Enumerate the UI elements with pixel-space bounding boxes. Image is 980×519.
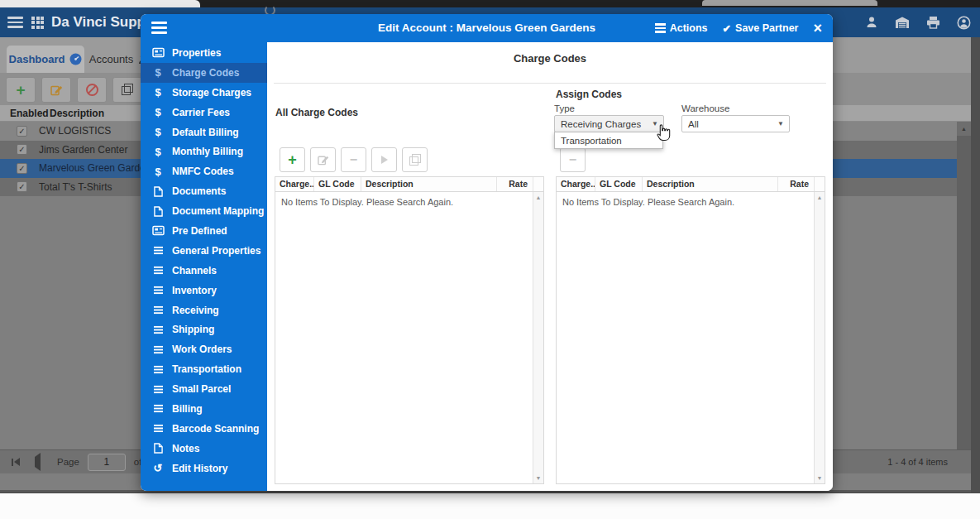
sidebar-item-carrier-fees[interactable]: $Carrier Fees xyxy=(141,103,267,123)
row-description: Jims Garden Center xyxy=(39,144,127,156)
first-page-button[interactable] xyxy=(12,458,20,466)
sidebar-toggle-icon[interactable] xyxy=(151,22,167,34)
window-edge xyxy=(971,37,980,493)
all-charge-codes-heading: All Charge Codes xyxy=(275,107,358,118)
table-scrollbar[interactable]: ▲ ▼ xyxy=(533,192,543,483)
play-icon xyxy=(381,156,388,164)
list-icon xyxy=(149,305,167,315)
prev-page-button[interactable] xyxy=(35,457,41,467)
scroll-up-icon[interactable]: ▲ xyxy=(815,195,825,200)
copy-button[interactable] xyxy=(112,77,142,103)
sidebar-item-document-mapping[interactable]: Document Mapping xyxy=(141,201,267,221)
assign-codes-heading: Assign Codes xyxy=(556,89,622,100)
table-body: No Items To Display. Please Search Again… xyxy=(275,192,533,483)
actions-button[interactable]: Actions xyxy=(655,22,708,34)
column-header[interactable]: GL Code xyxy=(314,177,361,191)
save-partner-button[interactable]: ✔ Save Partner xyxy=(723,22,799,35)
disable-button[interactable] xyxy=(77,77,107,103)
assign-panel-toolbar: − xyxy=(560,147,586,172)
copy-code-button[interactable] xyxy=(402,147,428,172)
list-icon xyxy=(149,345,167,354)
menu-icon[interactable] xyxy=(7,17,23,28)
sidebar-item-label: Billing xyxy=(172,403,203,415)
list-icon xyxy=(149,266,167,275)
sidebar-item-label: Work Orders xyxy=(172,344,232,355)
user-circle-icon[interactable] xyxy=(956,16,971,29)
sidebar-item-notes[interactable]: Notes xyxy=(141,439,267,459)
header-filler xyxy=(815,177,825,191)
close-icon[interactable]: × xyxy=(813,21,822,36)
sidebar-item-work-orders[interactable]: Work Orders xyxy=(141,339,267,359)
sidebar-item-monthly-billing[interactable]: $Monthly Billing xyxy=(141,142,267,161)
sidebar-item-transportation[interactable]: Transportation xyxy=(141,359,267,379)
app-grid-icon[interactable] xyxy=(31,17,44,29)
no-symbol-icon xyxy=(86,84,98,96)
sidebar-item-edit-history[interactable]: ↺Edit History xyxy=(141,459,267,478)
sidebar-item-nmfc-codes[interactable]: $NMFC Codes xyxy=(141,161,267,181)
enabled-checkbox[interactable]: ✓ xyxy=(17,126,27,137)
sidebar-item-properties[interactable]: Properties xyxy=(141,43,267,63)
enabled-checkbox[interactable]: ✓ xyxy=(17,163,27,174)
table-scrollbar[interactable]: ▲ ▼ xyxy=(814,192,825,483)
section-title: Charge Codes xyxy=(267,52,833,65)
background-scrollbar[interactable]: ▲ xyxy=(957,122,971,449)
sidebar-item-label: Inventory xyxy=(172,285,217,296)
scroll-up-icon[interactable]: ▲ xyxy=(957,122,971,136)
column-header[interactable]: Rate xyxy=(497,177,533,191)
dropdown-option[interactable]: Transportation xyxy=(555,132,662,148)
empty-message: No Items To Display. Please Search Again… xyxy=(275,192,533,212)
doc-icon xyxy=(149,206,167,217)
add-button[interactable]: + xyxy=(6,77,36,103)
column-header[interactable]: Charge... xyxy=(557,177,595,191)
column-header[interactable]: Description xyxy=(50,108,104,119)
sidebar-item-channels[interactable]: Channels xyxy=(141,261,267,281)
sidebar-item-shipping[interactable]: Shipping xyxy=(141,320,267,339)
sidebar-item-pre-defined[interactable]: Pre Defined xyxy=(141,221,267,241)
type-select[interactable]: Receiving Charges ▼ xyxy=(554,115,664,132)
sidebar-item-storage-charges[interactable]: $Storage Charges xyxy=(141,83,267,103)
type-dropdown-list: Transportation xyxy=(554,132,663,149)
sidebar-item-documents[interactable]: Documents xyxy=(141,181,267,201)
sidebar-item-charge-codes[interactable]: $Charge Codes xyxy=(141,63,267,83)
add-code-button[interactable]: + xyxy=(280,147,305,172)
enabled-checkbox[interactable]: ✓ xyxy=(17,144,27,155)
dollar-icon: $ xyxy=(149,166,167,178)
sidebar-item-general-properties[interactable]: General Properties xyxy=(141,241,267,261)
warehouse-select[interactable]: All ▼ xyxy=(681,115,790,132)
sidebar-item-barcode-scanning[interactable]: Barcode Scanning xyxy=(141,419,267,439)
sidebar-item-label: Notes xyxy=(172,443,199,454)
enabled-checkbox[interactable]: ✓ xyxy=(17,181,27,192)
sidebar-item-receiving[interactable]: Receiving xyxy=(141,300,267,320)
page-input[interactable] xyxy=(88,454,126,471)
column-header[interactable]: Rate xyxy=(778,177,815,191)
scroll-up-icon[interactable]: ▲ xyxy=(533,195,543,200)
column-header[interactable]: Description xyxy=(643,177,778,191)
edit-button[interactable] xyxy=(41,77,71,103)
sidebar-item-label: Channels xyxy=(172,265,217,276)
column-header[interactable]: Enabled xyxy=(10,108,50,119)
person-icon[interactable] xyxy=(864,16,879,29)
sidebar-item-inventory[interactable]: Inventory xyxy=(141,281,267,300)
table-header: Charge...GL CodeDescriptionRate xyxy=(557,177,825,192)
sidebar-item-default-billing[interactable]: $Default Billing xyxy=(141,123,267,142)
column-header[interactable]: Description xyxy=(361,177,497,191)
edit-code-button[interactable] xyxy=(310,147,336,172)
column-header[interactable]: Charge... xyxy=(275,177,314,191)
sidebar-item-billing[interactable]: Billing xyxy=(141,399,267,419)
table-header: Charge...GL CodeDescriptionRate xyxy=(275,177,543,192)
list-icon xyxy=(149,385,167,394)
scroll-down-icon[interactable]: ▼ xyxy=(533,475,543,481)
left-panel-toolbar: + − xyxy=(280,147,428,172)
tab-dashboard[interactable]: Dashboard xyxy=(7,46,84,73)
divider xyxy=(274,83,826,84)
warehouse-icon[interactable] xyxy=(895,16,910,29)
modal-sidebar: Properties$Charge Codes$Storage Charges$… xyxy=(141,42,267,491)
scroll-down-icon[interactable]: ▼ xyxy=(815,475,825,481)
unassign-code-button[interactable]: − xyxy=(560,147,586,172)
column-header[interactable]: GL Code xyxy=(595,177,643,191)
remove-code-button[interactable]: − xyxy=(341,147,366,172)
sidebar-item-label: Transportation xyxy=(172,363,241,375)
printer-icon[interactable] xyxy=(925,16,940,29)
assign-code-button[interactable] xyxy=(371,147,397,172)
sidebar-item-small-parcel[interactable]: Small Parcel xyxy=(141,379,267,399)
